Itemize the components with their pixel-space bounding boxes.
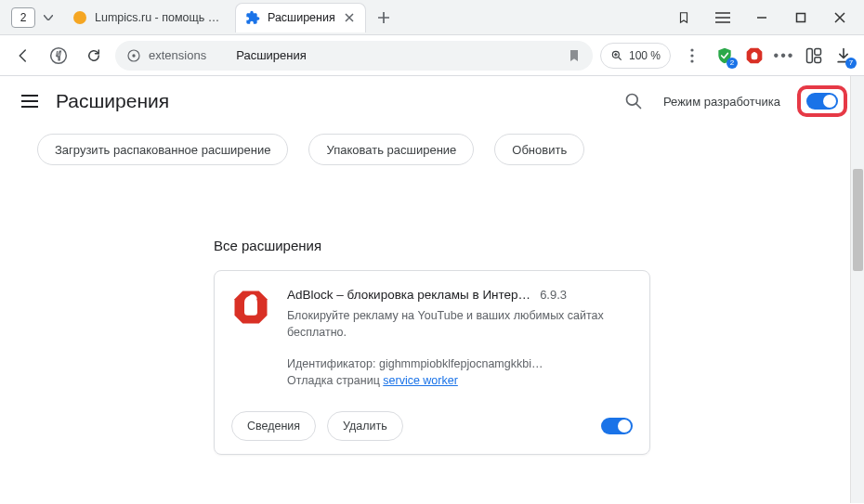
- tab-label: Lumpics.ru - помощь с ком: [95, 11, 220, 24]
- svg-rect-12: [815, 48, 821, 55]
- minimize-button[interactable]: [743, 4, 780, 32]
- zoom-value: 100 %: [629, 49, 661, 62]
- lumpics-favicon: [72, 10, 87, 25]
- site-lock-icon: [126, 48, 141, 63]
- address-host: extensions: [149, 48, 206, 62]
- tabs-dropdown[interactable]: [39, 8, 58, 27]
- remove-button[interactable]: Удалить: [327, 411, 403, 441]
- svg-point-0: [73, 11, 86, 24]
- address-title: Расширения: [236, 48, 307, 62]
- service-worker-link[interactable]: service worker: [383, 374, 458, 387]
- svg-rect-11: [807, 48, 813, 62]
- extension-name: AdBlock – блокировка рекламы в Интер…: [287, 288, 530, 302]
- section-title: Все расширения: [214, 238, 650, 253]
- tab-lumpics[interactable]: Lumpics.ru - помощь с ком: [63, 3, 229, 32]
- toolbar-menu-button[interactable]: [678, 42, 706, 70]
- svg-point-2: [51, 47, 67, 63]
- dev-mode-label: Режим разработчика: [663, 95, 780, 109]
- tab-counter[interactable]: 2: [11, 7, 35, 28]
- load-unpacked-button[interactable]: Загрузить распакованное расширение: [37, 134, 288, 165]
- dev-mode-toggle[interactable]: [806, 93, 838, 110]
- close-tab-icon[interactable]: [343, 11, 356, 24]
- extension-version: 6.9.3: [540, 288, 567, 302]
- page-header: Расширения Режим разработчика: [0, 76, 864, 126]
- address-bar[interactable]: extensions Расширения: [115, 41, 593, 71]
- pack-extension-button[interactable]: Упаковать расширение: [308, 134, 474, 165]
- svg-rect-13: [815, 57, 821, 62]
- menu-lines-icon[interactable]: [704, 4, 741, 32]
- svg-rect-10: [752, 52, 758, 59]
- page-title: Расширения: [56, 90, 169, 112]
- extension-logo-icon: [231, 288, 270, 327]
- hamburger-menu[interactable]: [17, 88, 43, 114]
- puzzle-icon: [245, 10, 260, 25]
- reload-button[interactable]: [80, 42, 108, 70]
- bookmark-panel-icon[interactable]: [665, 4, 702, 32]
- maximize-button[interactable]: [782, 4, 819, 32]
- dev-mode-toggle-highlight: [797, 85, 847, 117]
- extension-enable-toggle[interactable]: [601, 418, 633, 434]
- new-tab-button[interactable]: [372, 6, 396, 30]
- more-extensions-button[interactable]: •••: [773, 45, 795, 67]
- extras-icon[interactable]: [803, 45, 825, 67]
- bookmark-icon[interactable]: [567, 48, 582, 63]
- extension-debug: Отладка страниц service worker: [287, 374, 633, 387]
- svg-point-7: [690, 54, 693, 57]
- window-controls: [665, 4, 864, 32]
- svg-rect-16: [246, 303, 256, 314]
- extension-description: Блокируйте рекламу на YouTube и ваших лю…: [287, 307, 633, 341]
- protection-icon[interactable]: 2: [713, 45, 736, 67]
- protection-badge: 2: [727, 58, 738, 69]
- titlebar: 2 Lumpics.ru - помощь с ком Расширения: [0, 0, 864, 35]
- adblock-ext-icon[interactable]: [743, 45, 766, 67]
- search-button[interactable]: [621, 88, 647, 114]
- svg-point-6: [690, 48, 693, 51]
- extension-card: AdBlock – блокировка рекламы в Интер… 6.…: [214, 270, 650, 455]
- scrollbar-track[interactable]: [850, 76, 864, 503]
- extension-id: Идентификатор: gighmmpiobklfepjocnamgkkb…: [287, 357, 566, 370]
- close-window-button[interactable]: [821, 4, 858, 32]
- zoom-indicator[interactable]: 100 %: [600, 43, 671, 69]
- svg-point-8: [690, 59, 693, 62]
- tab-label: Расширения: [268, 11, 335, 24]
- svg-point-4: [132, 54, 135, 57]
- svg-rect-1: [797, 13, 805, 21]
- tab-extensions[interactable]: Расширения: [235, 3, 366, 32]
- back-button[interactable]: [9, 42, 37, 70]
- zoom-icon: [610, 49, 623, 62]
- yandex-home-icon[interactable]: [45, 42, 72, 70]
- downloads-badge: 7: [845, 58, 857, 69]
- dots-icon: •••: [774, 47, 795, 64]
- scrollbar-thumb[interactable]: [853, 169, 863, 271]
- update-button[interactable]: Обновить: [494, 134, 584, 165]
- toolbar: extensions Расширения 100 % 2 ••• 7: [0, 35, 864, 76]
- dev-actions-row: Загрузить распакованное расширение Упако…: [0, 126, 864, 182]
- downloads-button[interactable]: 7: [832, 45, 855, 67]
- details-button[interactable]: Сведения: [231, 411, 316, 441]
- content-area: Все расширения AdBlock – блокировка рекл…: [0, 182, 864, 455]
